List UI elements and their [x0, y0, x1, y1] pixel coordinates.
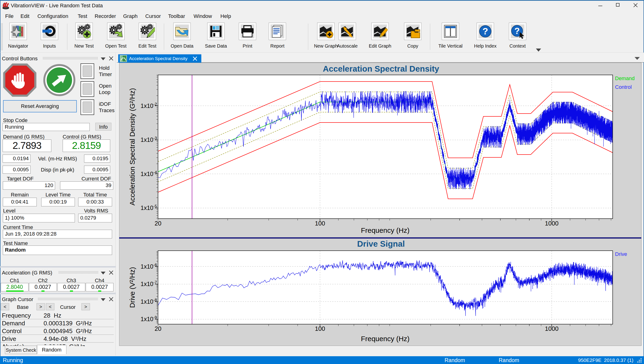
- svg-text:Control: Control: [615, 84, 632, 90]
- svg-text:1000: 1000: [545, 325, 558, 332]
- svg-text:?: ?: [482, 26, 488, 36]
- svg-text:100: 100: [315, 220, 325, 227]
- svg-text:20: 20: [155, 220, 162, 227]
- svg-text:Acceleration Spectral Density: Acceleration Spectral Density: [323, 64, 440, 73]
- svg-text:1000: 1000: [545, 220, 558, 227]
- svg-text:Frequency (Hz): Frequency (Hz): [361, 335, 410, 342]
- svg-text:20: 20: [155, 325, 162, 332]
- svg-text:Drive (V²/Hz): Drive (V²/Hz): [128, 267, 136, 308]
- svg-text:100: 100: [315, 325, 325, 332]
- svg-text:?: ?: [514, 26, 520, 36]
- svg-text:Acceleration Spectral Density: Acceleration Spectral Density (G²/Hz): [128, 88, 136, 206]
- svg-text:Frequency (Hz): Frequency (Hz): [361, 226, 410, 234]
- svg-text:Drive Signal: Drive Signal: [357, 239, 405, 248]
- svg-text:Demand: Demand: [615, 75, 634, 81]
- svg-text:Drive: Drive: [615, 251, 627, 257]
